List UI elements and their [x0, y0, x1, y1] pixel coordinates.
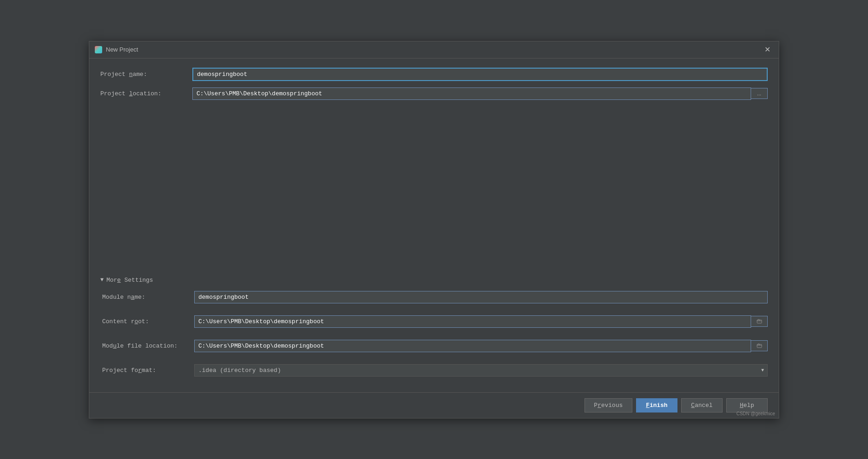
- module-file-location-input-wrapper: [194, 340, 768, 352]
- project-name-label: Project name:: [100, 71, 192, 78]
- previous-button[interactable]: Previous: [584, 398, 632, 413]
- middle-spacer: [100, 106, 768, 272]
- module-file-location-browse-button[interactable]: [751, 340, 768, 351]
- module-name-input-wrapper: [194, 291, 768, 303]
- close-button[interactable]: ✕: [762, 45, 773, 54]
- help-button[interactable]: Help: [726, 398, 768, 413]
- chevron-down-icon: ▼: [100, 277, 104, 283]
- content-root-input-wrapper: [194, 315, 768, 328]
- dialog-body: Project name: Project location: ...: [89, 58, 779, 392]
- project-location-label: Project location:: [100, 90, 192, 97]
- project-location-input[interactable]: [192, 87, 751, 100]
- module-file-location-row: Module file location:: [102, 340, 768, 352]
- more-settings-grid: Module name: Content root:: [100, 291, 768, 383]
- title-bar: New Project ✕: [89, 41, 779, 58]
- project-name-input-wrapper: [192, 68, 768, 81]
- project-format-select[interactable]: .idea (directory based) .ipr (file based…: [194, 364, 768, 377]
- app-icon: [95, 46, 102, 53]
- finish-button[interactable]: Finish: [636, 398, 677, 413]
- project-name-input[interactable]: [192, 68, 768, 81]
- module-name-label: Module name:: [102, 294, 194, 301]
- more-settings-label: More Settings: [106, 277, 153, 284]
- module-file-location-input[interactable]: [194, 340, 751, 352]
- dialog-footer: Previous Finish Cancel Help: [89, 392, 779, 418]
- module-name-input[interactable]: [194, 291, 768, 303]
- dialog-title: New Project: [106, 46, 138, 53]
- content-root-input[interactable]: [194, 315, 751, 328]
- project-format-select-wrapper: .idea (directory based) .ipr (file based…: [194, 364, 768, 377]
- more-settings-section: ▼ More Settings Module name:: [100, 277, 768, 383]
- content-root-row: Content root:: [102, 315, 768, 328]
- project-name-row: Project name:: [100, 68, 768, 81]
- watermark: CSDN @geekmice: [736, 411, 775, 416]
- project-format-label: Project format:: [102, 367, 194, 374]
- new-project-dialog: New Project ✕ Project name: Project loca…: [89, 41, 779, 418]
- content-root-label: Content root:: [102, 318, 194, 325]
- module-file-location-label: Module file location:: [102, 343, 194, 349]
- dialog-overlay: New Project ✕ Project name: Project loca…: [0, 0, 868, 459]
- module-name-row: Module name:: [102, 291, 768, 303]
- project-location-browse-button[interactable]: ...: [751, 88, 768, 99]
- project-location-row: Project location: ...: [100, 87, 768, 100]
- more-settings-header[interactable]: ▼ More Settings: [100, 277, 768, 284]
- title-bar-left: New Project: [95, 46, 138, 53]
- cancel-button[interactable]: Cancel: [681, 398, 723, 413]
- project-location-input-wrapper: ...: [192, 87, 768, 100]
- project-format-row: Project format: .idea (directory based) …: [102, 364, 768, 377]
- content-root-browse-button[interactable]: [751, 316, 768, 327]
